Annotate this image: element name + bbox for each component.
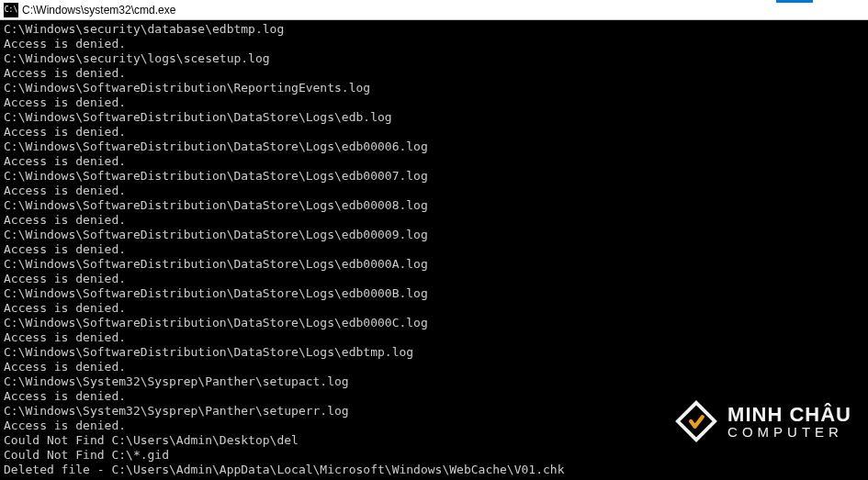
terminal-line: C:\Windows\SoftwareDistribution\DataStor… — [4, 198, 864, 213]
terminal-line: C:\Windows\SoftwareDistribution\DataStor… — [4, 286, 864, 301]
terminal-line: Could Not Find C:\Users\Admin\Desktop\de… — [4, 433, 864, 448]
terminal-line: Deleted file - C:\Users\Admin\AppData\Lo… — [4, 463, 864, 477]
terminal-line: Access is denied. — [4, 66, 864, 81]
terminal-line: C:\Windows\security\database\edbtmp.log — [4, 22, 864, 37]
terminal-line: Access is denied. — [4, 389, 864, 404]
window-accent-edge — [776, 0, 813, 3]
terminal-line: C:\Windows\SoftwareDistribution\DataStor… — [4, 345, 864, 360]
terminal-line: Access is denied. — [4, 125, 864, 140]
terminal-line: C:\Windows\SoftwareDistribution\DataStor… — [4, 110, 864, 125]
terminal-line: C:\Windows\System32\Sysprep\Panther\setu… — [4, 374, 864, 389]
terminal-line: Access is denied. — [4, 95, 864, 110]
terminal-line: C:\Windows\SoftwareDistribution\DataStor… — [4, 169, 864, 184]
terminal-line: Access is denied. — [4, 301, 864, 316]
terminal-line: Access is denied. — [4, 360, 864, 374]
cmd-icon: C:\ — [4, 3, 18, 17]
terminal-line: C:\Windows\SoftwareDistribution\DataStor… — [4, 228, 864, 242]
terminal-line: Access is denied. — [4, 272, 864, 286]
terminal-line: Access is denied. — [4, 213, 864, 228]
terminal-line: Access is denied. — [4, 242, 864, 257]
terminal-line: Access is denied. — [4, 330, 864, 345]
terminal-line: C:\Windows\SoftwareDistribution\DataStor… — [4, 316, 864, 330]
terminal-line: C:\Windows\System32\Sysprep\Panther\setu… — [4, 404, 864, 419]
terminal-line: C:\Windows\SoftwareDistribution\DataStor… — [4, 140, 864, 154]
terminal-line: C:\Windows\SoftwareDistribution\DataStor… — [4, 257, 864, 272]
terminal-line: Access is denied. — [4, 419, 864, 433]
terminal-line: Access is denied. — [4, 184, 864, 198]
terminal-line: Access is denied. — [4, 37, 864, 51]
terminal-output[interactable]: C:\Windows\security\database\edbtmp.logA… — [0, 20, 868, 480]
terminal-line: C:\Windows\SoftwareDistribution\Reportin… — [4, 81, 864, 95]
titlebar[interactable]: C:\ C:\Windows\system32\cmd.exe — [0, 0, 868, 20]
terminal-line: C:\Windows\security\logs\scesetup.log — [4, 51, 864, 66]
window-title: C:\Windows\system32\cmd.exe — [22, 4, 175, 17]
terminal-line: Access is denied. — [4, 154, 864, 169]
terminal-line: Could Not Find C:\*.gid — [4, 448, 864, 463]
